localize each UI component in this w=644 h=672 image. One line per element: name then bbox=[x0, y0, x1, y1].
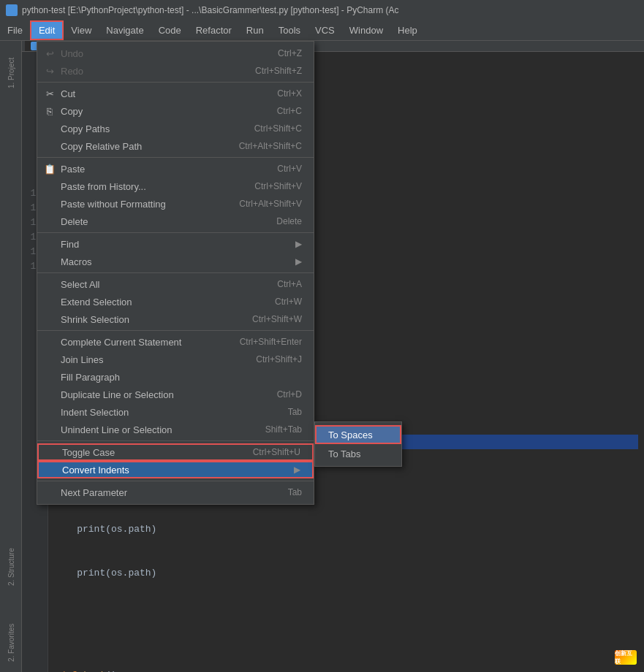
separator-3 bbox=[37, 232, 314, 233]
menu-fill-paragraph[interactable]: Fill Paragraph bbox=[37, 368, 314, 386]
menu-select-all[interactable]: Select All Ctrl+A bbox=[37, 275, 314, 293]
copy-icon: ⎘ bbox=[43, 106, 56, 117]
menu-refactor[interactable]: Refactor bbox=[189, 20, 239, 40]
menu-delete[interactable]: Delete Delete bbox=[37, 213, 314, 230]
menu-cut[interactable]: ✂ Cut Ctrl+X bbox=[37, 85, 314, 102]
menu-paste-no-format[interactable]: Paste without Formatting Ctrl+Alt+Shift+… bbox=[37, 195, 314, 213]
menu-complete-statement[interactable]: Complete Current Statement Ctrl+Shift+En… bbox=[37, 333, 314, 351]
submenu-to-spaces[interactable]: To Spaces bbox=[315, 425, 401, 444]
menu-extend-selection[interactable]: Extend Selection Ctrl+W bbox=[37, 293, 314, 310]
code-line-15: ◻def test(): bbox=[54, 668, 638, 672]
undo-icon: ↩ bbox=[43, 48, 56, 59]
menu-join-lines[interactable]: Join Lines Ctrl+Shift+J bbox=[37, 351, 314, 368]
menu-edit[interactable]: Edit bbox=[30, 20, 64, 40]
menu-vcs[interactable]: VCS bbox=[308, 20, 342, 40]
menu-run[interactable]: Run bbox=[239, 20, 271, 40]
sidebar-structure-icon[interactable]: 2. Structure bbox=[4, 538, 18, 596]
separator-1 bbox=[37, 82, 314, 83]
menu-copy[interactable]: ⎘ Copy Ctrl+C bbox=[37, 102, 314, 120]
menu-window[interactable]: Window bbox=[342, 20, 390, 40]
menu-macros[interactable]: Macros ▶ bbox=[37, 253, 314, 270]
cut-icon: ✂ bbox=[43, 88, 56, 99]
paste-icon: 📋 bbox=[43, 164, 56, 175]
menu-navigate[interactable]: Navigate bbox=[99, 20, 151, 40]
watermark-logo: 创新互联 bbox=[615, 650, 637, 665]
menu-convert-indents[interactable]: Convert Indents ▶ bbox=[37, 461, 314, 478]
submenu-wrapper: To Spaces To Tabs bbox=[314, 41, 402, 505]
menu-indent-selection[interactable]: Indent Selection Tab bbox=[37, 403, 314, 421]
app-icon bbox=[6, 4, 18, 16]
left-sidebar: 1. Project 2. Structure 2. Favorites bbox=[0, 41, 22, 672]
menu-tools[interactable]: Tools bbox=[271, 20, 308, 40]
sidebar-project-icon[interactable]: 1. Project bbox=[4, 44, 18, 102]
watermark: 创新互联 bbox=[615, 650, 637, 665]
separator-7 bbox=[37, 481, 314, 481]
menu-paste-history[interactable]: Paste from History... Ctrl+Shift+V bbox=[37, 177, 314, 195]
menu-code[interactable]: Code bbox=[151, 20, 189, 40]
title-text: python-test [E:\PythonProject\python-tes… bbox=[22, 5, 399, 15]
menu-toggle-case[interactable]: Toggle Case Ctrl+Shift+U bbox=[37, 443, 314, 461]
code-line-11: print(os.path) bbox=[54, 522, 638, 537]
separator-2 bbox=[37, 157, 314, 158]
dropdown-overlay: ↩ Undo Ctrl+Z ↪ Redo Ctrl+Shift+Z ✂ Cut … bbox=[37, 41, 402, 505]
menu-next-parameter[interactable]: Next Parameter Tab bbox=[37, 484, 314, 501]
menu-duplicate-line[interactable]: Duplicate Line or Selection Ctrl+D bbox=[37, 386, 314, 403]
submenu-to-tabs[interactable]: To Tabs bbox=[315, 444, 401, 463]
sidebar-favorites-icon[interactable]: 2. Favorites bbox=[4, 614, 18, 672]
menu-copy-relative-path[interactable]: Copy Relative Path Ctrl+Alt+Shift+C bbox=[37, 137, 314, 155]
redo-icon: ↪ bbox=[43, 66, 56, 77]
separator-4 bbox=[37, 272, 314, 273]
menu-redo[interactable]: ↪ Redo Ctrl+Shift+Z bbox=[37, 62, 314, 80]
menu-undo[interactable]: ↩ Undo Ctrl+Z bbox=[37, 45, 314, 62]
menu-paste[interactable]: 📋 Paste Ctrl+V bbox=[37, 160, 314, 177]
menu-copy-paths[interactable]: Copy Paths Ctrl+Shift+C bbox=[37, 120, 314, 137]
menu-find[interactable]: Find ▶ bbox=[37, 235, 314, 253]
convert-indents-submenu: To Spaces To Tabs bbox=[314, 421, 402, 467]
menu-help[interactable]: Help bbox=[390, 20, 425, 40]
separator-6 bbox=[37, 440, 314, 441]
separator-5 bbox=[37, 330, 314, 331]
menubar: File Edit View Navigate Code Refactor Ru… bbox=[0, 20, 644, 41]
titlebar: python-test [E:\PythonProject\python-tes… bbox=[0, 0, 644, 20]
edit-menu-dropdown: ↩ Undo Ctrl+Z ↪ Redo Ctrl+Shift+Z ✂ Cut … bbox=[37, 41, 314, 505]
menu-view[interactable]: View bbox=[64, 20, 99, 40]
code-line-12: print(os.path) bbox=[54, 566, 638, 581]
menu-unindent-line[interactable]: Unindent Line or Selection Shift+Tab bbox=[37, 421, 314, 438]
menu-shrink-selection[interactable]: Shrink Selection Ctrl+Shift+W bbox=[37, 310, 314, 328]
menu-file[interactable]: File bbox=[0, 20, 30, 40]
